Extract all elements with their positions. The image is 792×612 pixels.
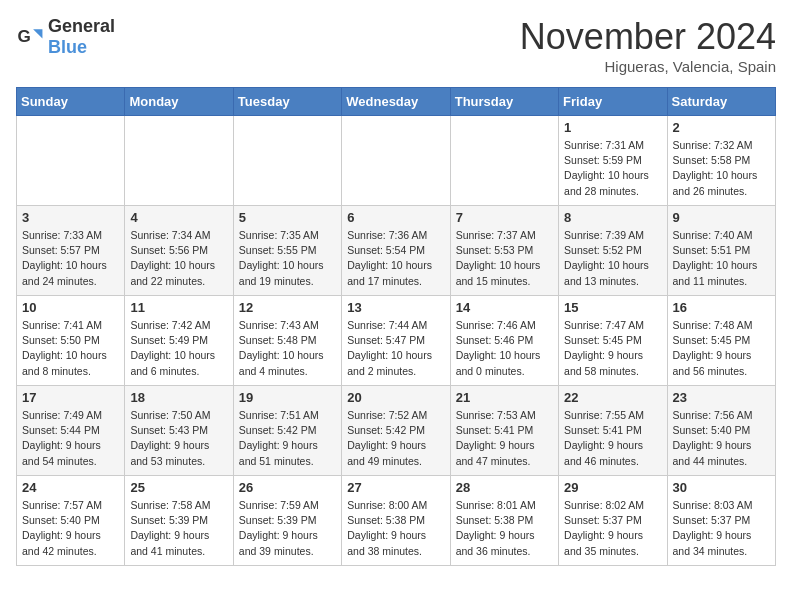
calendar-cell: 12Sunrise: 7:43 AM Sunset: 5:48 PM Dayli… (233, 296, 341, 386)
day-number: 2 (673, 120, 770, 135)
logo-blue: Blue (48, 37, 87, 57)
col-header-wednesday: Wednesday (342, 88, 450, 116)
day-info: Sunrise: 7:46 AM Sunset: 5:46 PM Dayligh… (456, 318, 553, 379)
calendar-cell: 20Sunrise: 7:52 AM Sunset: 5:42 PM Dayli… (342, 386, 450, 476)
day-info: Sunrise: 7:50 AM Sunset: 5:43 PM Dayligh… (130, 408, 227, 469)
day-number: 8 (564, 210, 661, 225)
day-number: 19 (239, 390, 336, 405)
svg-marker-1 (33, 29, 42, 38)
calendar-cell: 11Sunrise: 7:42 AM Sunset: 5:49 PM Dayli… (125, 296, 233, 386)
day-info: Sunrise: 8:01 AM Sunset: 5:38 PM Dayligh… (456, 498, 553, 559)
day-info: Sunrise: 7:34 AM Sunset: 5:56 PM Dayligh… (130, 228, 227, 289)
calendar-cell: 29Sunrise: 8:02 AM Sunset: 5:37 PM Dayli… (559, 476, 667, 566)
day-number: 7 (456, 210, 553, 225)
day-number: 3 (22, 210, 119, 225)
day-number: 5 (239, 210, 336, 225)
calendar-cell: 23Sunrise: 7:56 AM Sunset: 5:40 PM Dayli… (667, 386, 775, 476)
day-info: Sunrise: 7:39 AM Sunset: 5:52 PM Dayligh… (564, 228, 661, 289)
col-header-sunday: Sunday (17, 88, 125, 116)
calendar-cell: 9Sunrise: 7:40 AM Sunset: 5:51 PM Daylig… (667, 206, 775, 296)
calendar-cell: 26Sunrise: 7:59 AM Sunset: 5:39 PM Dayli… (233, 476, 341, 566)
calendar-cell: 2Sunrise: 7:32 AM Sunset: 5:58 PM Daylig… (667, 116, 775, 206)
calendar-cell (450, 116, 558, 206)
day-info: Sunrise: 7:32 AM Sunset: 5:58 PM Dayligh… (673, 138, 770, 199)
calendar-cell (17, 116, 125, 206)
day-info: Sunrise: 8:00 AM Sunset: 5:38 PM Dayligh… (347, 498, 444, 559)
calendar-cell: 4Sunrise: 7:34 AM Sunset: 5:56 PM Daylig… (125, 206, 233, 296)
day-info: Sunrise: 8:03 AM Sunset: 5:37 PM Dayligh… (673, 498, 770, 559)
day-number: 10 (22, 300, 119, 315)
calendar-cell: 7Sunrise: 7:37 AM Sunset: 5:53 PM Daylig… (450, 206, 558, 296)
logo-icon: G (16, 23, 44, 51)
logo-general: General (48, 16, 115, 36)
day-info: Sunrise: 7:53 AM Sunset: 5:41 PM Dayligh… (456, 408, 553, 469)
day-info: Sunrise: 7:55 AM Sunset: 5:41 PM Dayligh… (564, 408, 661, 469)
day-number: 23 (673, 390, 770, 405)
day-info: Sunrise: 7:35 AM Sunset: 5:55 PM Dayligh… (239, 228, 336, 289)
calendar-cell: 24Sunrise: 7:57 AM Sunset: 5:40 PM Dayli… (17, 476, 125, 566)
calendar-cell: 30Sunrise: 8:03 AM Sunset: 5:37 PM Dayli… (667, 476, 775, 566)
logo: G General Blue (16, 16, 115, 58)
day-info: Sunrise: 7:42 AM Sunset: 5:49 PM Dayligh… (130, 318, 227, 379)
day-info: Sunrise: 7:31 AM Sunset: 5:59 PM Dayligh… (564, 138, 661, 199)
day-number: 29 (564, 480, 661, 495)
calendar-cell: 19Sunrise: 7:51 AM Sunset: 5:42 PM Dayli… (233, 386, 341, 476)
week-row-4: 24Sunrise: 7:57 AM Sunset: 5:40 PM Dayli… (17, 476, 776, 566)
location: Higueras, Valencia, Spain (520, 58, 776, 75)
svg-text:G: G (18, 27, 31, 46)
day-number: 28 (456, 480, 553, 495)
day-number: 26 (239, 480, 336, 495)
calendar-cell: 13Sunrise: 7:44 AM Sunset: 5:47 PM Dayli… (342, 296, 450, 386)
calendar-cell: 22Sunrise: 7:55 AM Sunset: 5:41 PM Dayli… (559, 386, 667, 476)
month-title: November 2024 (520, 16, 776, 58)
day-info: Sunrise: 7:41 AM Sunset: 5:50 PM Dayligh… (22, 318, 119, 379)
day-number: 18 (130, 390, 227, 405)
day-info: Sunrise: 7:49 AM Sunset: 5:44 PM Dayligh… (22, 408, 119, 469)
calendar-cell: 3Sunrise: 7:33 AM Sunset: 5:57 PM Daylig… (17, 206, 125, 296)
day-info: Sunrise: 7:43 AM Sunset: 5:48 PM Dayligh… (239, 318, 336, 379)
calendar-cell: 10Sunrise: 7:41 AM Sunset: 5:50 PM Dayli… (17, 296, 125, 386)
calendar-cell: 1Sunrise: 7:31 AM Sunset: 5:59 PM Daylig… (559, 116, 667, 206)
day-number: 22 (564, 390, 661, 405)
week-row-1: 3Sunrise: 7:33 AM Sunset: 5:57 PM Daylig… (17, 206, 776, 296)
calendar-cell (233, 116, 341, 206)
day-number: 4 (130, 210, 227, 225)
day-info: Sunrise: 7:59 AM Sunset: 5:39 PM Dayligh… (239, 498, 336, 559)
calendar-cell (125, 116, 233, 206)
col-header-saturday: Saturday (667, 88, 775, 116)
day-info: Sunrise: 8:02 AM Sunset: 5:37 PM Dayligh… (564, 498, 661, 559)
week-row-3: 17Sunrise: 7:49 AM Sunset: 5:44 PM Dayli… (17, 386, 776, 476)
day-number: 16 (673, 300, 770, 315)
day-info: Sunrise: 7:36 AM Sunset: 5:54 PM Dayligh… (347, 228, 444, 289)
day-number: 1 (564, 120, 661, 135)
day-number: 17 (22, 390, 119, 405)
week-row-0: 1Sunrise: 7:31 AM Sunset: 5:59 PM Daylig… (17, 116, 776, 206)
col-header-tuesday: Tuesday (233, 88, 341, 116)
page-header: G General Blue November 2024 Higueras, V… (16, 16, 776, 75)
calendar-cell: 21Sunrise: 7:53 AM Sunset: 5:41 PM Dayli… (450, 386, 558, 476)
day-info: Sunrise: 7:37 AM Sunset: 5:53 PM Dayligh… (456, 228, 553, 289)
day-number: 9 (673, 210, 770, 225)
calendar-cell: 15Sunrise: 7:47 AM Sunset: 5:45 PM Dayli… (559, 296, 667, 386)
calendar-cell: 8Sunrise: 7:39 AM Sunset: 5:52 PM Daylig… (559, 206, 667, 296)
day-info: Sunrise: 7:40 AM Sunset: 5:51 PM Dayligh… (673, 228, 770, 289)
day-info: Sunrise: 7:58 AM Sunset: 5:39 PM Dayligh… (130, 498, 227, 559)
day-info: Sunrise: 7:52 AM Sunset: 5:42 PM Dayligh… (347, 408, 444, 469)
calendar-cell: 25Sunrise: 7:58 AM Sunset: 5:39 PM Dayli… (125, 476, 233, 566)
col-header-friday: Friday (559, 88, 667, 116)
day-info: Sunrise: 7:48 AM Sunset: 5:45 PM Dayligh… (673, 318, 770, 379)
day-info: Sunrise: 7:51 AM Sunset: 5:42 PM Dayligh… (239, 408, 336, 469)
calendar-cell: 14Sunrise: 7:46 AM Sunset: 5:46 PM Dayli… (450, 296, 558, 386)
day-info: Sunrise: 7:33 AM Sunset: 5:57 PM Dayligh… (22, 228, 119, 289)
day-info: Sunrise: 7:47 AM Sunset: 5:45 PM Dayligh… (564, 318, 661, 379)
day-number: 27 (347, 480, 444, 495)
calendar-cell: 28Sunrise: 8:01 AM Sunset: 5:38 PM Dayli… (450, 476, 558, 566)
day-number: 14 (456, 300, 553, 315)
week-row-2: 10Sunrise: 7:41 AM Sunset: 5:50 PM Dayli… (17, 296, 776, 386)
col-header-thursday: Thursday (450, 88, 558, 116)
day-number: 25 (130, 480, 227, 495)
title-block: November 2024 Higueras, Valencia, Spain (520, 16, 776, 75)
calendar-table: SundayMondayTuesdayWednesdayThursdayFrid… (16, 87, 776, 566)
day-number: 11 (130, 300, 227, 315)
day-number: 20 (347, 390, 444, 405)
